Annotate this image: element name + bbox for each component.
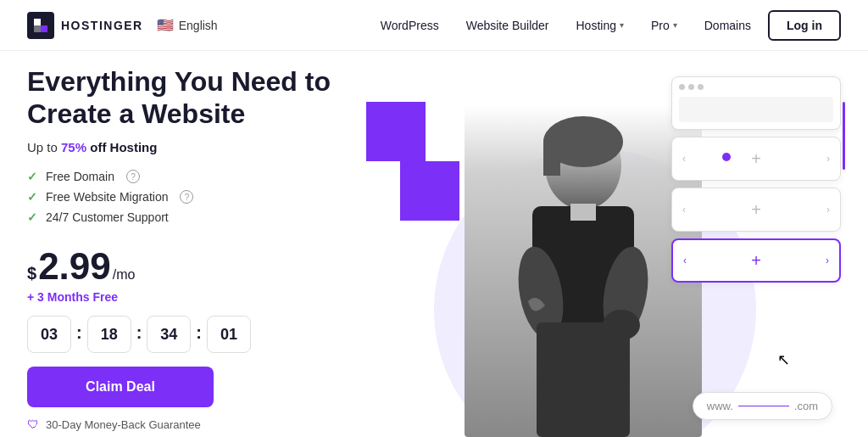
countdown-frames: 01 [207,316,251,353]
nav-hosting[interactable]: Hosting ▾ [565,12,633,39]
countdown-seconds: 34 [147,316,191,353]
chevron-right-icon-2: › [826,204,830,216]
mockup-card-1: ‹ + › [671,137,841,181]
plus-icon-2: + [751,200,761,220]
pro-chevron-icon: ▾ [673,20,677,30]
price-section: $ 2.99 /mo [27,248,349,285]
minutes-box: 18 [87,316,131,353]
logo-text: HOSTINGER [61,19,143,32]
features-list: ✓ Free Domain ? ✓ Free Website Migration… [27,170,349,231]
logo[interactable]: HOSTINGER [27,12,143,39]
browser-dots [679,84,833,90]
info-icon-migration[interactable]: ? [180,190,193,204]
discount-percent: 75% [61,140,86,154]
plus-icon-1: + [751,149,761,169]
person-svg [465,106,702,437]
main-nav: WordPress Website Builder Hosting ▾ Pro … [370,10,841,41]
language-label: English [179,19,218,32]
flag-icon: 🇺🇸 [157,17,174,33]
guarantee-section: 🛡 30-Day Money-Back Guarantee [27,417,349,431]
nav-website-builder[interactable]: Website Builder [456,12,559,39]
seconds-box: 34 [147,316,191,353]
nav-domains[interactable]: Domains [694,12,761,39]
frames-box: 01 [207,316,251,353]
countdown-hours: 03 [27,316,71,353]
check-icon-1: ✓ [27,170,37,183]
free-months: + 3 Months Free [27,290,349,304]
purple-square-2 [400,161,459,221]
purple-dot-decoration [722,153,731,161]
hero-title: Everything You Need to Create a Website [27,65,349,131]
url-prefix: www. [707,400,733,412]
login-button[interactable]: Log in [768,10,841,41]
browser-content [679,97,833,122]
claim-deal-button[interactable]: Claim Deal [27,367,214,407]
nav-wordpress[interactable]: WordPress [370,12,449,39]
price-dollar: $ [27,264,36,283]
hours-box: 03 [27,316,71,353]
feature-support: ✓ 24/7 Customer Support [27,210,349,224]
feature-migration: ✓ Free Website Migration ? [27,190,349,204]
chevron-left-icon-2: ‹ [682,204,686,216]
url-suffix: .com [794,400,818,412]
ui-mockup: ‹ + › ‹ + › ‹ + › [671,76,841,289]
plus-icon-3: + [751,251,761,271]
hosting-chevron-icon: ▾ [620,20,624,30]
hero-left: Everything You Need to Create a Website … [27,51,349,437]
dot-3 [698,84,704,90]
hero-person-image [465,106,702,437]
price-display: $ 2.99 /mo [27,248,349,285]
dot-1 [679,84,685,90]
svg-rect-9 [537,322,630,437]
main-content: Everything You Need to Create a Website … [0,51,868,437]
chevron-left-icon: ‹ [682,153,686,165]
mockup-card-3-active: ‹ + › [671,238,841,283]
shield-icon: 🛡 [27,417,39,431]
check-icon-3: ✓ [27,210,37,224]
info-icon-domain[interactable]: ? [126,170,140,183]
mockup-card-2: ‹ + › [671,188,841,232]
chevron-right-icon-1: › [826,153,830,165]
price-amount: 2.99 [38,248,111,285]
hero-right: ‹ + › ‹ + › ‹ + › [349,51,841,437]
guarantee-text: 30-Day Money-Back Guarantee [46,418,201,431]
cursor-icon: ↖ [777,350,790,369]
url-line-decoration [738,406,789,406]
sep-3: : [194,323,203,343]
countdown-minutes: 18 [87,316,131,353]
browser-mockup [671,76,841,130]
sep-2: : [135,323,144,343]
header-left: HOSTINGER 🇺🇸 English [27,12,218,39]
dot-2 [688,84,694,90]
sep-1: : [75,323,84,343]
check-icon-2: ✓ [27,190,37,204]
header: HOSTINGER 🇺🇸 English WordPress Website B… [0,0,868,51]
feature-domain: ✓ Free Domain ? [27,170,349,183]
vertical-line-decoration [843,102,845,170]
nav-pro[interactable]: Pro ▾ [641,12,687,39]
url-bar: www. .com [693,392,832,420]
svg-rect-8 [570,204,596,221]
purple-square-1 [366,102,426,161]
countdown-timer: 03 : 18 : 34 : 01 [27,316,349,353]
language-selector[interactable]: 🇺🇸 English [157,17,218,33]
chevron-left-icon-3: ‹ [683,255,687,266]
svg-rect-3 [543,142,560,176]
price-period: /mo [113,267,136,283]
chevron-right-icon-3: › [826,255,829,266]
logo-icon [27,12,54,39]
hero-subtitle: Up to 75% off Hosting [27,140,349,154]
